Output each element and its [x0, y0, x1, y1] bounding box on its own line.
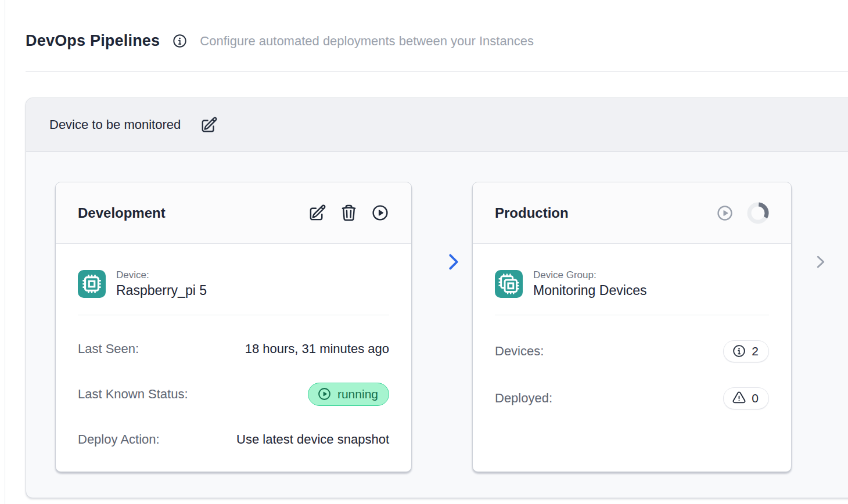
- production-card-body: Device Group: Monitoring Devices Devices…: [473, 269, 791, 409]
- pipeline-panel-body: Development: [26, 152, 848, 498]
- deployed-count: 0: [752, 391, 759, 405]
- info-circle-icon: [732, 344, 746, 358]
- edit-pencil-square-icon[interactable]: [200, 116, 218, 134]
- development-card-actions: [308, 204, 389, 222]
- content-left-divider: [5, 0, 5, 504]
- pipeline-panel: Device to be monitored Development: [26, 98, 848, 498]
- device-group-avatar: [495, 270, 523, 298]
- production-card: Production: [472, 182, 792, 472]
- production-card-actions: [716, 202, 769, 224]
- last-seen-label: Last Seen:: [78, 341, 139, 357]
- device-group-name: Monitoring Devices: [533, 283, 647, 298]
- chevron-right-icon[interactable]: [813, 254, 829, 270]
- info-icon[interactable]: [172, 33, 188, 49]
- last-seen-value: 18 hours, 31 minutes ago: [245, 341, 389, 357]
- panel-title: Device to be monitored: [49, 117, 181, 132]
- header-divider: [26, 71, 848, 71]
- development-card: Development: [55, 182, 412, 472]
- devices-count: 2: [752, 344, 759, 358]
- device-avatar: [78, 270, 106, 298]
- last-known-status-label: Last Known Status:: [78, 387, 188, 402]
- device-group-info: Device Group: Monitoring Devices: [533, 269, 647, 298]
- production-card-header: Production: [473, 182, 791, 244]
- play-circle-icon[interactable]: [716, 204, 734, 222]
- status-badge-label: running: [337, 387, 378, 401]
- card-body-divider: [78, 315, 389, 315]
- device-name: Raspberry_pi 5: [116, 283, 207, 298]
- development-card-header: Development: [56, 182, 411, 244]
- warning-triangle-icon: [732, 391, 746, 405]
- devices-label: Devices:: [495, 344, 544, 359]
- production-card-title: Production: [495, 205, 716, 221]
- last-known-status-row: Last Known Status: running: [78, 383, 389, 406]
- device-group-row: Device Group: Monitoring Devices: [495, 269, 769, 298]
- play-circle-icon: [317, 387, 332, 401]
- page-header: DevOps Pipelines Configure automated dep…: [26, 32, 848, 50]
- deployed-row: Deployed: 0: [495, 387, 769, 409]
- deploy-action-label: Deploy Action:: [78, 432, 160, 447]
- development-card-title: Development: [78, 205, 308, 221]
- devices-row: Devices: 2: [495, 340, 769, 362]
- device-info: Device: Raspberry_pi 5: [116, 269, 207, 298]
- devices-count-badge[interactable]: 2: [723, 340, 769, 362]
- pipeline-panel-header: Device to be monitored: [26, 98, 848, 152]
- device-row: Device: Raspberry_pi 5: [78, 269, 389, 298]
- deploy-action-row: Deploy Action: Use latest device snapsho…: [78, 431, 389, 448]
- edit-pencil-square-icon[interactable]: [308, 204, 326, 222]
- trash-icon[interactable]: [340, 204, 358, 222]
- page-subtitle: Configure automated deployments between …: [200, 34, 534, 49]
- spinner-icon: [747, 202, 769, 224]
- page-title: DevOps Pipelines: [26, 32, 160, 50]
- pipeline-arrow-icon: [445, 253, 462, 271]
- cpu-chip-group-icon: [498, 273, 520, 295]
- play-circle-icon[interactable]: [371, 204, 389, 222]
- deploy-action-value: Use latest device snapshot: [236, 432, 389, 447]
- device-group-label: Device Group:: [533, 269, 647, 281]
- card-body-divider: [495, 315, 769, 315]
- development-card-body: Device: Raspberry_pi 5 Last Seen: 18 hou…: [56, 269, 411, 448]
- deployed-label: Deployed:: [495, 391, 552, 406]
- cpu-chip-icon: [81, 273, 103, 295]
- deployed-count-badge[interactable]: 0: [723, 387, 769, 409]
- status-badge: running: [308, 383, 389, 406]
- last-seen-row: Last Seen: 18 hours, 31 minutes ago: [78, 340, 389, 358]
- device-label: Device:: [116, 269, 207, 281]
